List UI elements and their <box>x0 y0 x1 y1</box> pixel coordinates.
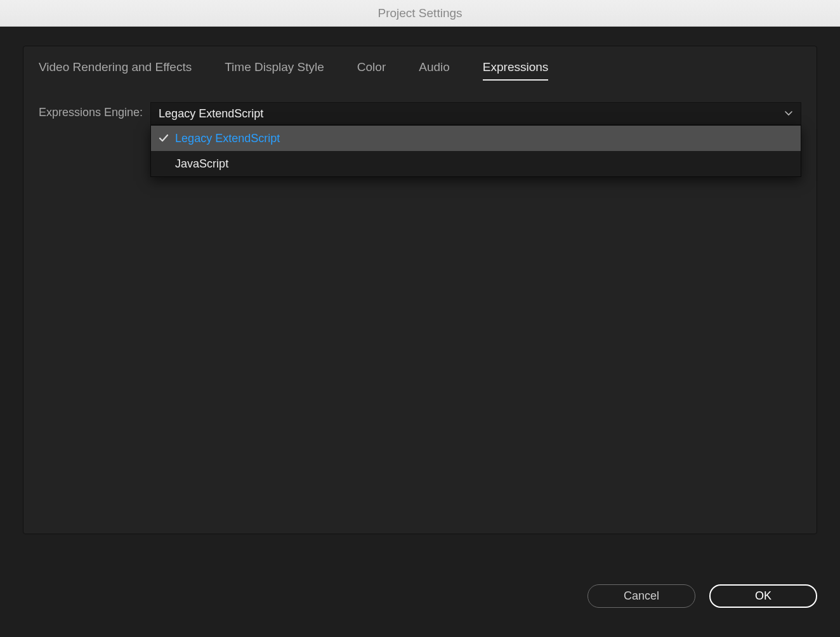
tab-video-rendering[interactable]: Video Rendering and Effects <box>39 60 192 81</box>
cancel-button[interactable]: Cancel <box>587 584 695 608</box>
expressions-engine-row: Expressions Engine: Legacy ExtendScript … <box>39 102 801 125</box>
dropdown-selected-value: Legacy ExtendScript <box>159 107 263 121</box>
expressions-engine-label: Expressions Engine: <box>39 102 150 119</box>
expressions-engine-dropdown[interactable]: Legacy ExtendScript <box>150 102 801 125</box>
tabs: Video Rendering and Effects Time Display… <box>39 46 801 81</box>
window-title: Project Settings <box>377 6 462 20</box>
footer-buttons: Cancel OK <box>587 584 817 608</box>
titlebar: Project Settings <box>0 0 840 27</box>
check-icon <box>159 133 175 143</box>
chevron-down-icon <box>784 109 793 118</box>
tab-time-display[interactable]: Time Display Style <box>225 60 324 81</box>
tab-audio[interactable]: Audio <box>419 60 450 81</box>
dialog-body: Video Rendering and Effects Time Display… <box>0 27 840 637</box>
ok-button[interactable]: OK <box>709 584 817 608</box>
dropdown-option-javascript[interactable]: JavaScript <box>151 151 801 176</box>
dropdown-option-legacy-extendscript[interactable]: Legacy ExtendScript <box>151 126 801 151</box>
dropdown-option-label: Legacy ExtendScript <box>175 132 793 145</box>
expressions-engine-dropdown-menu: Legacy ExtendScript JavaScript <box>150 125 801 177</box>
tab-expressions[interactable]: Expressions <box>483 60 549 81</box>
settings-panel: Video Rendering and Effects Time Display… <box>23 46 817 534</box>
dropdown-option-label: JavaScript <box>175 157 793 171</box>
tab-color[interactable]: Color <box>357 60 386 81</box>
expressions-engine-dropdown-wrapper: Legacy ExtendScript Legacy ExtendScript <box>150 102 801 125</box>
